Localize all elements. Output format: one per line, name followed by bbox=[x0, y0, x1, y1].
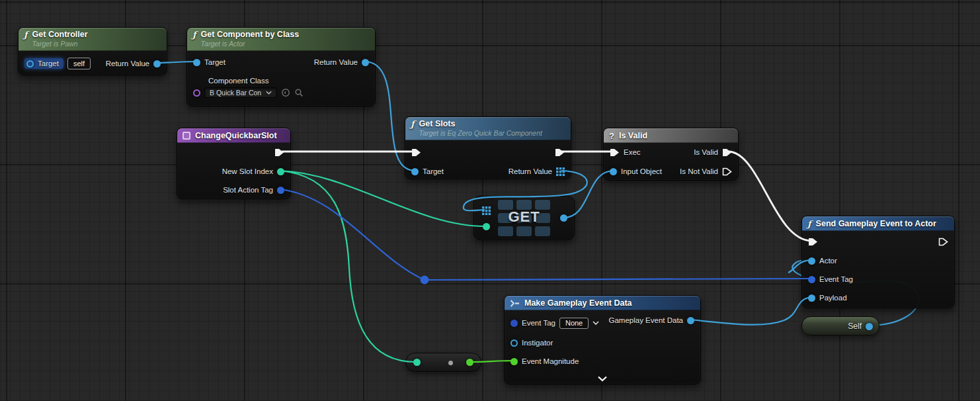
pin-label: Event Tag bbox=[819, 275, 853, 283]
target-value-field[interactable]: self bbox=[67, 58, 91, 69]
node-header: ƒ Get Component by Class Target is Actor bbox=[187, 28, 375, 51]
node-header: Make Gameplay Event Data bbox=[505, 296, 700, 310]
pin-label: Exec bbox=[624, 148, 641, 156]
reroute-node bbox=[421, 276, 429, 285]
return-value-pin[interactable] bbox=[362, 59, 369, 66]
exec-out-pin[interactable] bbox=[555, 148, 565, 157]
node-title: Send Gameplay Event to Actor bbox=[816, 219, 936, 229]
node-title: Get Slots bbox=[419, 119, 542, 129]
pin-label: Is Not Valid bbox=[680, 167, 718, 175]
index-input-pin[interactable] bbox=[483, 223, 490, 230]
blueprint-graph-canvas[interactable]: ƒ Get Controller Target is Pawn Target s… bbox=[0, 0, 980, 401]
gameplay-event-data-pin[interactable] bbox=[687, 317, 694, 324]
function-entry-icon bbox=[183, 132, 190, 140]
instigator-pin[interactable] bbox=[510, 339, 518, 347]
element-output-pin[interactable] bbox=[560, 214, 567, 222]
new-slot-index-pin[interactable] bbox=[277, 168, 284, 175]
return-value-pin[interactable] bbox=[153, 60, 161, 67]
node-self-reference[interactable]: Self bbox=[801, 316, 879, 335]
pin-label: Return Value bbox=[106, 60, 149, 67]
pin-label: Event Tag bbox=[522, 319, 555, 327]
node-title: Get Component by Class bbox=[201, 30, 300, 40]
chevron-down-icon[interactable] bbox=[592, 321, 599, 325]
node-subtitle: Target is Eq Zero Quick Bar Component bbox=[419, 129, 542, 138]
exec-in-pin[interactable] bbox=[808, 238, 818, 246]
pin-label: New Slot Index bbox=[222, 167, 273, 175]
event-tag-pin[interactable] bbox=[510, 320, 518, 327]
conversion-output-pin[interactable] bbox=[466, 359, 473, 366]
node-changequickbarslot-entry[interactable]: ChangeQuickbarSlot New Slot Index Slot A… bbox=[177, 128, 291, 199]
pin-label: Return Value bbox=[314, 58, 358, 66]
wire-slotactiontag-to-reroute bbox=[280, 189, 425, 280]
event-magnitude-pin[interactable] bbox=[510, 358, 518, 365]
pin-label: Component Class bbox=[208, 77, 268, 85]
input-object-pin[interactable] bbox=[610, 168, 617, 175]
function-icon: ƒ bbox=[411, 119, 415, 129]
make-struct-icon bbox=[510, 300, 520, 307]
node-int-to-float-conversion[interactable] bbox=[405, 353, 481, 372]
pin-label: Instigator bbox=[522, 339, 553, 347]
node-subtitle: Target is Pawn bbox=[32, 40, 88, 48]
node-send-gameplay-event-to-actor[interactable]: ƒ Send Gameplay Event to Actor Actor Eve… bbox=[801, 216, 955, 308]
self-pin[interactable] bbox=[866, 323, 873, 330]
expand-pins-chevron-icon[interactable] bbox=[597, 376, 608, 382]
pin-label: Gameplay Event Data bbox=[608, 316, 683, 324]
pin-label: Actor bbox=[819, 257, 837, 265]
node-title: Self bbox=[848, 322, 862, 331]
node-title: Is Valid bbox=[619, 131, 647, 141]
wire-eventdata-to-payload bbox=[690, 297, 812, 325]
question-icon: ? bbox=[609, 131, 614, 141]
pin-label: Is Valid bbox=[694, 148, 718, 156]
chevron-down-icon bbox=[266, 91, 272, 95]
component-class-dropdown[interactable]: B Quick Bar Con bbox=[204, 87, 277, 98]
node-title: Make Gameplay Event Data bbox=[524, 298, 632, 308]
exec-out-pin[interactable] bbox=[722, 148, 732, 157]
slot-action-tag-pin[interactable] bbox=[277, 187, 284, 194]
wire-exec-isvalid-to-send bbox=[728, 152, 812, 241]
exec-in-pin[interactable] bbox=[610, 148, 620, 157]
exec-out-pin-hollow[interactable] bbox=[938, 238, 948, 246]
payload-pin[interactable] bbox=[808, 294, 815, 302]
node-title: ChangeQuickbarSlot bbox=[195, 131, 277, 141]
target-pin[interactable] bbox=[193, 59, 200, 66]
target-pin[interactable] bbox=[26, 60, 34, 67]
array-pin[interactable] bbox=[556, 167, 565, 176]
node-get-component-by-class[interactable]: ƒ Get Component by Class Target is Actor… bbox=[186, 27, 376, 107]
event-tag-pin[interactable] bbox=[808, 276, 815, 283]
pin-label: Input Object bbox=[621, 167, 662, 175]
node-header: ƒ Send Gameplay Event to Actor bbox=[802, 216, 954, 231]
pin-label: Target bbox=[38, 60, 59, 67]
node-header: ChangeQuickbarSlot bbox=[177, 128, 290, 143]
node-get-controller[interactable]: ƒ Get Controller Target is Pawn Target s… bbox=[18, 27, 167, 75]
conversion-dot bbox=[448, 361, 453, 365]
node-get-slots[interactable]: ƒ Get Slots Target is Eq Zero Quick Bar … bbox=[405, 116, 571, 179]
conversion-input-pin[interactable] bbox=[413, 359, 421, 366]
array-input-pin[interactable] bbox=[482, 206, 491, 215]
exec-out-pin-hollow[interactable] bbox=[722, 167, 732, 176]
actor-pin[interactable] bbox=[808, 257, 815, 265]
browse-search-icon[interactable] bbox=[294, 88, 304, 97]
pin-label: Payload bbox=[819, 294, 847, 302]
wire-reroute-to-eventtag bbox=[425, 279, 813, 280]
node-subtitle: Target is Actor bbox=[201, 40, 300, 48]
node-title: Get Controller bbox=[32, 30, 88, 40]
pin-label: Event Magnitude bbox=[522, 357, 579, 365]
function-icon: ƒ bbox=[24, 30, 28, 40]
use-selected-icon[interactable] bbox=[281, 88, 290, 97]
node-array-get[interactable]: GET bbox=[473, 196, 575, 240]
function-icon: ƒ bbox=[192, 30, 196, 40]
exec-in-pin[interactable] bbox=[411, 148, 421, 157]
wire-newslotindex-to-conversion bbox=[280, 171, 416, 362]
node-is-valid[interactable]: ? Is Valid Exec Is Valid Input Object Is… bbox=[603, 128, 739, 181]
pin-highlight: Target bbox=[24, 58, 63, 69]
node-make-gameplay-event-data[interactable]: Make Gameplay Event Data Gameplay Event … bbox=[504, 295, 701, 384]
target-pin[interactable] bbox=[411, 168, 419, 175]
component-class-pin[interactable] bbox=[193, 89, 200, 97]
exec-out-pin[interactable] bbox=[274, 148, 284, 157]
pin-label: Target bbox=[423, 167, 444, 175]
event-tag-dropdown[interactable]: None bbox=[559, 318, 589, 329]
pin-label: Slot Action Tag bbox=[223, 186, 273, 194]
pin-label: Return Value bbox=[509, 167, 552, 175]
node-header: ƒ Get Slots Target is Eq Zero Quick Bar … bbox=[405, 117, 571, 140]
pin-label: Target bbox=[204, 58, 225, 66]
